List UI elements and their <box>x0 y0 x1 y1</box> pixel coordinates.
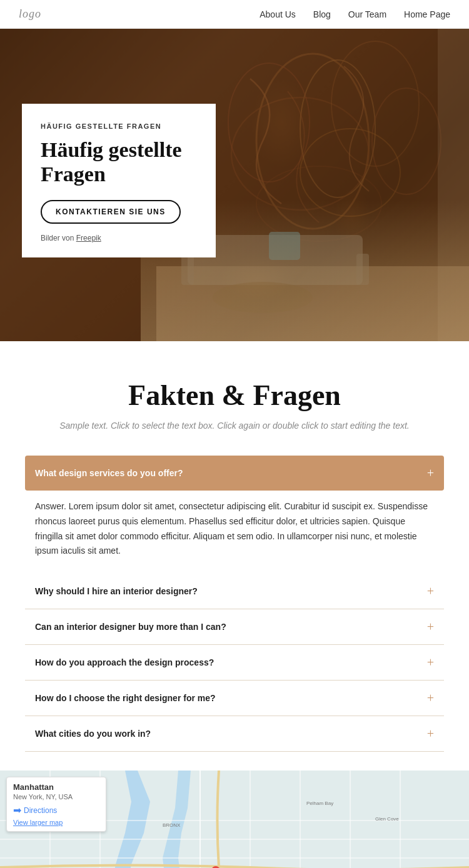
faq-question-2: Can an interior designer buy more than I… <box>35 622 226 632</box>
faq-question-1: Why should I hire an interior designer? <box>35 586 198 596</box>
nav-about[interactable]: About Us <box>260 9 296 19</box>
contact-button[interactable]: KONTAKTIEREN SIE UNS <box>41 200 181 224</box>
nav-team[interactable]: Our Team <box>348 9 386 19</box>
svg-rect-14 <box>269 232 300 260</box>
faq-icon-3: + <box>427 656 434 669</box>
map-directions-row: ➡ Directions <box>13 804 99 816</box>
hero-credit: Bilder von Freepik <box>41 234 197 242</box>
svg-text:Glen Cove: Glen Cove <box>375 816 399 822</box>
nav-home[interactable]: Home Page <box>404 9 450 19</box>
svg-text:BRONX: BRONX <box>163 822 181 828</box>
faq-item-3[interactable]: How do you approach the design process? … <box>25 645 444 681</box>
faq-icon-4: + <box>427 692 434 704</box>
hero-card-subtitle: HÄUFIG GESTELLTE FRAGEN <box>41 122 197 130</box>
svg-point-13 <box>213 282 313 313</box>
svg-text:Pelham Bay: Pelham Bay <box>306 801 333 806</box>
faq-item-5[interactable]: What cities do you work in? + <box>25 716 444 752</box>
faq-header-3[interactable]: How do you approach the design process? … <box>25 645 444 680</box>
faq-header-0[interactable]: What design services do you offer? + <box>25 456 444 491</box>
faq-icon-1: + <box>427 585 434 597</box>
section-subtitle: Sample text. Click to select the text bo… <box>25 421 444 431</box>
svg-rect-9 <box>156 266 469 341</box>
faq-section: What design services do you offer? + Ans… <box>0 443 469 771</box>
faq-icon-0: + <box>427 467 434 479</box>
faq-item-4[interactable]: How do I choose the right designer for m… <box>25 681 444 716</box>
view-larger-map-link[interactable]: View larger map <box>13 819 99 826</box>
map-overlay: Manhattan New York, NY, USA ➡ Directions… <box>6 777 106 832</box>
svg-rect-11 <box>181 254 194 285</box>
directions-icon: ➡ <box>13 804 21 816</box>
freepik-link[interactable]: Freepik <box>76 234 101 242</box>
map-place-sub: New York, NY, USA <box>13 793 99 801</box>
map-place-name: Manhattan <box>13 782 99 792</box>
svg-rect-15 <box>438 29 469 341</box>
directions-link[interactable]: Directions <box>24 806 57 815</box>
nav-blog[interactable]: Blog <box>313 9 331 19</box>
navbar: logo About Us Blog Our Team Home Page <box>0 0 469 29</box>
faq-header-5[interactable]: What cities do you work in? + <box>25 716 444 751</box>
nav-links: About Us Blog Our Team Home Page <box>260 9 450 20</box>
section-title-area: Fakten & Fragen Sample text. Click to se… <box>0 341 469 443</box>
logo: logo <box>19 7 41 21</box>
hero-card: HÄUFIG GESTELLTE FRAGEN Häufig gestellte… <box>22 104 216 257</box>
map-section: New York MANHATTAN ASTORIA JACKSON HEIGH… <box>0 771 469 868</box>
faq-header-1[interactable]: Why should I hire an interior designer? … <box>25 574 444 609</box>
svg-rect-12 <box>356 254 369 285</box>
faq-header-2[interactable]: Can an interior designer buy more than I… <box>25 609 444 644</box>
hero-card-title: Häufig gestellte Fragen <box>41 137 197 186</box>
hero-section: HÄUFIG GESTELLTE FRAGEN Häufig gestellte… <box>0 29 469 341</box>
faq-question-5: What cities do you work in? <box>35 729 151 739</box>
faq-item-0[interactable]: What design services do you offer? + <box>25 456 444 491</box>
faq-question-0: What design services do you offer? <box>35 468 183 478</box>
faq-question-3: How do you approach the design process? <box>35 657 214 667</box>
faq-icon-2: + <box>427 621 434 633</box>
section-title: Fakten & Fragen <box>25 379 444 412</box>
faq-item-2[interactable]: Can an interior designer buy more than I… <box>25 609 444 645</box>
faq-question-4: How do I choose the right designer for m… <box>35 693 216 703</box>
faq-icon-5: + <box>427 727 434 740</box>
faq-header-4[interactable]: How do I choose the right designer for m… <box>25 681 444 716</box>
faq-answer-0: Answer. Lorem ipsum dolor sit amet, cons… <box>25 493 444 574</box>
faq-item-1[interactable]: Why should I hire an interior designer? … <box>25 574 444 609</box>
